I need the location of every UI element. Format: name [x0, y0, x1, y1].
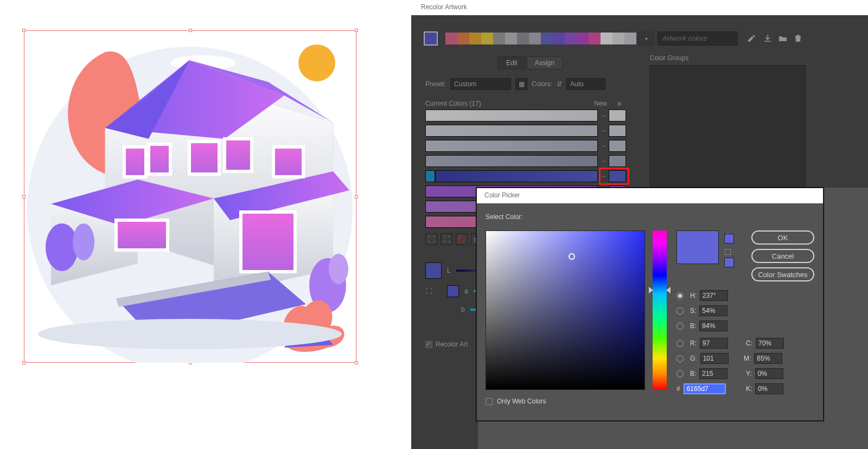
separate-icon[interactable]: ⛶ [425, 233, 437, 245]
b-input[interactable] [699, 320, 727, 331]
color-row[interactable]: → [425, 125, 626, 137]
swatch[interactable] [517, 33, 529, 44]
g-radio[interactable] [676, 355, 684, 362]
swatch[interactable] [565, 33, 577, 44]
exclude-icon[interactable]: 🚫 [456, 233, 468, 245]
swatch[interactable] [529, 33, 541, 44]
swatch[interactable] [601, 33, 612, 44]
colors-stepper-icon[interactable]: ⇵ [557, 80, 562, 88]
c-row: C: [746, 338, 784, 349]
current-color-bar[interactable] [425, 125, 598, 137]
hue-bar[interactable] [653, 230, 667, 390]
sb-picker-circle[interactable] [569, 253, 575, 260]
color-groups-label: Color Groups [650, 54, 688, 62]
svg-point-21 [329, 254, 348, 284]
m-input[interactable] [754, 353, 782, 364]
tab-assign[interactable]: Assign [527, 56, 563, 69]
cancel-button[interactable]: Cancel [751, 249, 814, 263]
color-row[interactable]: → [425, 140, 626, 152]
row-menu-icon[interactable]: ≡ [617, 100, 622, 108]
gamut-swatch[interactable] [724, 234, 734, 243]
svg-rect-14 [225, 139, 252, 171]
color-swatches-button[interactable]: Color Swatches [751, 267, 814, 281]
svg-rect-17 [241, 212, 295, 272]
preset-select[interactable]: Custom [450, 78, 511, 90]
swatch[interactable] [469, 33, 481, 44]
current-color-bar[interactable] [435, 170, 598, 182]
bch-radio[interactable] [676, 370, 684, 377]
swatch-strip[interactable] [445, 33, 636, 44]
m-row: M: [744, 353, 782, 364]
swatch[interactable] [445, 33, 457, 44]
active-color-swatch[interactable] [424, 31, 438, 46]
swatch[interactable] [541, 33, 553, 44]
artwork-colors-field[interactable]: Artwork colors [658, 31, 738, 46]
svg-rect-12 [149, 144, 170, 174]
current-color-bar[interactable] [425, 140, 598, 152]
new-color-swatch[interactable] [609, 155, 626, 167]
y-input[interactable] [755, 368, 783, 379]
websafe-cube-icon[interactable]: ⬚ [724, 247, 731, 255]
saturation-brightness-field[interactable] [486, 230, 645, 390]
r-radio[interactable] [676, 340, 684, 347]
hex-input[interactable] [684, 383, 726, 394]
swatch[interactable] [577, 33, 589, 44]
tab-edit[interactable]: Edit [498, 56, 526, 69]
checkbox-icon[interactable] [425, 341, 432, 348]
current-color-bar[interactable] [425, 110, 598, 121]
swatch-menu-button[interactable]: ▾ [638, 31, 654, 46]
ok-button[interactable]: OK [751, 230, 814, 245]
recolor-title: Recolor Artwork [411, 0, 868, 15]
svg-rect-15 [273, 147, 303, 177]
color-row[interactable]: → [425, 110, 626, 121]
color-row[interactable]: → [425, 155, 626, 167]
new-color-swatch[interactable] [609, 125, 626, 137]
save-icon[interactable] [762, 33, 774, 44]
new-color-swatch[interactable] [609, 140, 626, 152]
swatch[interactable] [612, 33, 624, 44]
folder-icon[interactable] [777, 33, 789, 44]
preset-options-icon[interactable]: ▦ [515, 78, 527, 90]
current-color-bar[interactable] [425, 155, 598, 167]
g-input[interactable] [700, 353, 729, 364]
swatch[interactable] [457, 33, 469, 44]
h-input[interactable] [700, 290, 728, 301]
swatch[interactable] [553, 33, 565, 44]
c-input[interactable] [756, 338, 784, 349]
b-radio[interactable] [676, 323, 684, 330]
websafe-swatch[interactable] [724, 258, 734, 267]
bch-input[interactable] [699, 368, 727, 379]
swatch[interactable] [493, 33, 505, 44]
house-illustration [24, 30, 356, 363]
recolor-art-checkbox[interactable]: Recolor Art [425, 341, 468, 348]
swatch[interactable] [589, 33, 601, 44]
row-tools: ⛶ ⛶ 🚫 ▣ [425, 233, 483, 245]
eyedropper-icon[interactable] [745, 33, 757, 44]
svg-point-1 [298, 44, 335, 81]
checkbox-icon[interactable] [486, 398, 493, 405]
select-color-label: Select Color: [486, 213, 814, 221]
swatch[interactable] [624, 33, 636, 44]
h-radio[interactable] [676, 292, 684, 299]
only-web-colors-checkbox[interactable]: Only Web Colors [486, 397, 546, 405]
s-input[interactable] [699, 305, 727, 316]
new-color-swatch[interactable] [609, 110, 626, 121]
picker-title: Color Picker [477, 188, 823, 203]
preset-label: Preset: [425, 80, 446, 88]
preview-swatch [676, 230, 719, 264]
color-row[interactable]: → [425, 170, 626, 182]
swatch[interactable] [481, 33, 493, 44]
arrow-icon: → [600, 157, 607, 165]
merge-icon[interactable]: ⛶ [441, 233, 452, 245]
swatch[interactable] [505, 33, 517, 44]
svg-rect-11 [124, 147, 146, 177]
hex-row: # [676, 383, 726, 394]
colors-select[interactable]: Auto [566, 78, 605, 90]
s-radio[interactable] [676, 307, 684, 315]
trash-icon[interactable] [792, 33, 804, 44]
r-row: R: [676, 338, 728, 349]
selection-bounds[interactable] [24, 30, 356, 363]
r-input[interactable] [700, 338, 728, 349]
canvas-area[interactable] [0, 0, 411, 449]
k-input[interactable] [755, 383, 783, 394]
